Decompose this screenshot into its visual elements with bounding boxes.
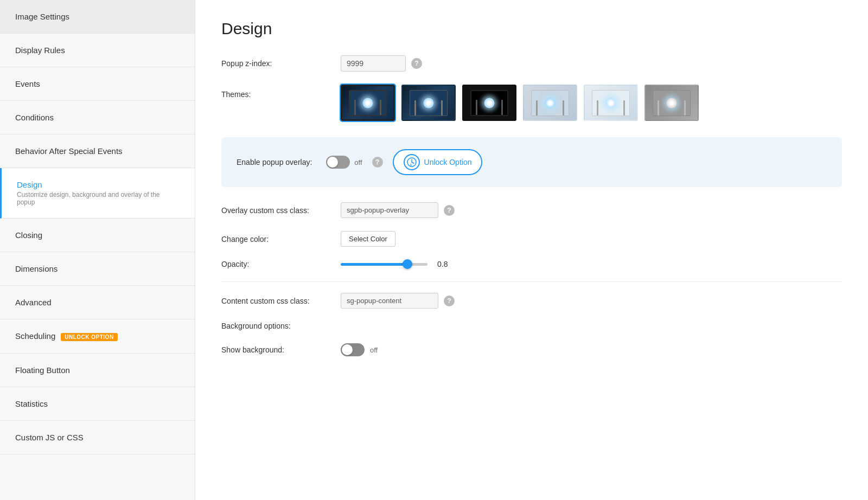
sidebar-item-label: Custom JS or CSS xyxy=(15,433,84,442)
sidebar-item-label: Events xyxy=(15,79,40,88)
sidebar-item-statistics[interactable]: Statistics xyxy=(0,387,195,421)
content-css-help-icon[interactable]: ? xyxy=(444,296,455,306)
zindex-value-wrap: ? xyxy=(341,55,422,72)
select-color-button[interactable]: Select Color xyxy=(341,231,395,247)
zindex-input[interactable] xyxy=(341,55,406,72)
sidebar-item-advanced[interactable]: Advanced xyxy=(0,286,195,319)
main-content: Design Popup z-index: ? Themes: xyxy=(195,0,868,500)
overlay-css-help-icon[interactable]: ? xyxy=(444,205,455,216)
sidebar-item-events[interactable]: Events xyxy=(0,67,195,101)
content-css-input[interactable] xyxy=(341,293,438,309)
theme-4[interactable] xyxy=(523,85,577,121)
sidebar-item-behavior-after-special-events[interactable]: Behavior After Special Events xyxy=(0,134,195,168)
theme-2[interactable] xyxy=(401,85,456,121)
sidebar-item-label: Display Rules xyxy=(15,46,65,55)
opacity-slider[interactable] xyxy=(341,263,427,266)
zindex-row: Popup z-index: ? xyxy=(221,55,842,72)
content-css-label: Content custom css class: xyxy=(221,297,341,305)
sidebar-item-display-rules[interactable]: Display Rules xyxy=(0,34,195,67)
themes-list xyxy=(341,85,699,121)
theme-5[interactable] xyxy=(584,85,638,121)
content-css-value-wrap: ? xyxy=(341,293,455,309)
sidebar-item-label: Image Settings xyxy=(15,12,69,21)
unlock-option-button[interactable]: $ Unlock Option xyxy=(393,149,483,175)
sidebar-item-floating-button[interactable]: Floating Button xyxy=(0,354,195,387)
theme-6[interactable] xyxy=(644,85,699,121)
show-bg-toggle[interactable] xyxy=(341,343,365,356)
overlay-css-label: Overlay custom css class: xyxy=(221,206,341,215)
overlay-toggle-knob xyxy=(327,157,338,168)
theme-1[interactable] xyxy=(341,85,395,121)
opacity-row: Opacity: 0.8 xyxy=(221,260,842,268)
opacity-label: Opacity: xyxy=(221,260,341,268)
overlay-label: Enable popup overlay: xyxy=(237,158,312,166)
overlay-toggle-wrap: off xyxy=(326,156,362,169)
sidebar-item-conditions[interactable]: Conditions xyxy=(0,101,195,134)
svg-text:$: $ xyxy=(410,163,412,166)
opacity-value: 0.8 xyxy=(437,260,448,268)
overlay-help-icon[interactable]: ? xyxy=(372,157,383,168)
sidebar-item-label: Floating Button xyxy=(15,366,70,375)
sidebar-item-label: Scheduling xyxy=(15,331,55,341)
show-bg-value-wrap: off xyxy=(341,343,378,356)
unlock-clock-icon: $ xyxy=(404,154,420,170)
sidebar-item-design[interactable]: DesignCustomize design, background and o… xyxy=(0,168,195,219)
bg-options-label: Background options: xyxy=(221,322,341,330)
overlay-css-value-wrap: ? xyxy=(341,202,455,218)
bg-options-row: Background options: xyxy=(221,322,842,330)
overlay-css-row: Overlay custom css class: ? xyxy=(221,202,842,218)
change-color-label: Change color: xyxy=(221,235,341,243)
svg-line-2 xyxy=(412,162,414,163)
sidebar-item-label: Conditions xyxy=(15,113,54,122)
sidebar-item-label: Closing xyxy=(15,230,42,240)
change-color-row: Change color: Select Color xyxy=(221,231,842,247)
overlay-toggle-state: off xyxy=(354,158,362,166)
show-bg-state: off xyxy=(370,346,378,354)
change-color-value-wrap: Select Color xyxy=(341,231,395,247)
sidebar-item-label: Advanced xyxy=(15,298,52,307)
sidebar-item-scheduling[interactable]: SchedulingUNLOCK OPTION xyxy=(0,319,195,354)
show-bg-knob xyxy=(342,344,353,355)
zindex-help-icon[interactable]: ? xyxy=(411,58,422,69)
sidebar-item-image-settings[interactable]: Image Settings xyxy=(0,0,195,34)
themes-row: Themes: xyxy=(221,85,842,121)
sidebar-item-label: Statistics xyxy=(15,399,48,408)
content-css-row: Content custom css class: ? xyxy=(221,293,842,309)
show-bg-row: Show background: off xyxy=(221,343,842,356)
unlock-button-label: Unlock Option xyxy=(424,158,472,166)
sidebar-item-label: Design xyxy=(17,180,42,189)
sidebar-item-custom-js-css[interactable]: Custom JS or CSS xyxy=(0,421,195,454)
sidebar-item-closing[interactable]: Closing xyxy=(0,219,195,252)
sidebar-item-label: Dimensions xyxy=(15,264,58,273)
opacity-value-wrap: 0.8 xyxy=(341,260,448,268)
overlay-section: Enable popup overlay: off ? $ Unlock Opt… xyxy=(221,137,842,187)
sidebar: Image SettingsDisplay RulesEventsConditi… xyxy=(0,0,195,500)
sidebar-item-label: Behavior After Special Events xyxy=(15,146,123,156)
overlay-toggle[interactable] xyxy=(326,156,350,169)
unlock-badge: UNLOCK OPTION xyxy=(61,333,117,341)
sidebar-item-sublabel: Customize design, background and overlay… xyxy=(17,191,180,206)
theme-3[interactable] xyxy=(462,85,516,121)
show-bg-label: Show background: xyxy=(221,345,341,354)
divider-1 xyxy=(221,281,842,282)
page-title: Design xyxy=(221,20,842,38)
zindex-label: Popup z-index: xyxy=(221,59,341,68)
overlay-css-input[interactable] xyxy=(341,202,438,218)
sidebar-item-dimensions[interactable]: Dimensions xyxy=(0,252,195,286)
themes-label: Themes: xyxy=(221,85,341,99)
